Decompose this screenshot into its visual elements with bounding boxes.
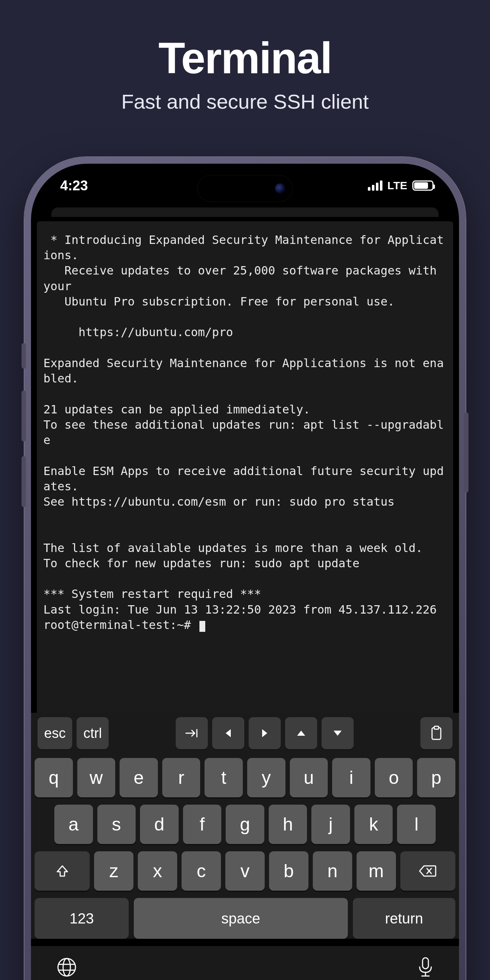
key-k[interactable]: k [355,805,393,844]
dynamic-island [197,175,293,202]
volume-down-button [22,456,26,507]
globe-key[interactable] [57,957,77,977]
key-u[interactable]: u [290,758,328,797]
key-q[interactable]: q [35,758,73,797]
key-f[interactable]: f [183,805,222,844]
power-button [464,412,468,493]
svg-rect-1 [434,726,439,729]
volume-up-button [22,390,26,442]
arrow-right-key[interactable] [249,717,281,749]
tab-key[interactable] [176,717,208,749]
microphone-key[interactable] [417,956,433,978]
arrow-up-key[interactable] [285,717,317,749]
svg-rect-4 [423,958,428,969]
phone-screen: 4:23 LTE * Introducing Expanded Security… [31,164,459,980]
key-j[interactable]: j [311,805,350,844]
key-d[interactable]: d [140,805,179,844]
key-n[interactable]: n [313,851,352,891]
key-r[interactable]: r [162,758,200,797]
numbers-key[interactable]: 123 [35,898,129,939]
keyboard: qwertyuiop asdfghjkl zxcvbnm 123 space r… [31,754,459,939]
svg-point-2 [58,958,75,976]
key-s[interactable]: s [97,805,136,844]
terminal-tab-bar[interactable] [51,207,439,217]
shift-icon [55,864,70,878]
arrow-left-icon [223,728,233,739]
status-bar: 4:23 LTE [31,164,459,207]
clipboard-key[interactable] [420,717,452,749]
arrow-up-icon [296,729,307,738]
page-subtitle: Fast and secure SSH client [0,90,490,113]
terminal-text: * Introducing Expanded Security Maintena… [43,233,444,617]
keyboard-bottom-bar [31,946,459,980]
key-v[interactable]: v [225,851,265,891]
network-label: LTE [388,180,407,192]
key-w[interactable]: w [77,758,116,797]
signal-icon [368,180,382,191]
terminal-output[interactable]: * Introducing Expanded Security Maintena… [37,221,453,713]
page-title: Terminal [0,33,490,83]
arrow-right-icon [260,728,269,739]
key-b[interactable]: b [269,851,309,891]
volume-mute-switch [22,343,26,369]
key-x[interactable]: x [138,851,177,891]
backspace-key[interactable] [400,851,455,891]
svg-point-3 [63,958,70,976]
key-m[interactable]: m [356,851,396,891]
key-z[interactable]: z [94,851,134,891]
arrow-left-key[interactable] [212,717,244,749]
key-p[interactable]: p [417,758,455,797]
key-o[interactable]: o [375,758,413,797]
backspace-icon [419,864,436,878]
terminal-toolbar: esc ctrl [31,713,459,754]
key-c[interactable]: c [181,851,221,891]
globe-icon [57,957,77,977]
key-g[interactable]: g [226,805,264,844]
key-i[interactable]: i [332,758,371,797]
phone-frame: 4:23 LTE * Introducing Expanded Security… [24,157,466,980]
status-right: LTE [368,180,433,192]
key-l[interactable]: l [397,805,436,844]
key-t[interactable]: t [205,758,243,797]
space-key[interactable]: space [134,898,347,939]
esc-key[interactable]: esc [38,717,72,749]
tab-icon [185,728,199,739]
key-e[interactable]: e [119,758,158,797]
microphone-icon [417,956,433,978]
return-key[interactable]: return [353,898,456,939]
status-time: 4:23 [60,178,88,194]
arrow-down-key[interactable] [321,717,354,749]
key-a[interactable]: a [54,805,93,844]
cursor [199,621,205,632]
shift-key[interactable] [35,851,90,891]
battery-icon [412,180,433,191]
key-h[interactable]: h [269,805,307,844]
terminal-prompt: root@terminal-test:~# [43,618,198,632]
key-y[interactable]: y [247,758,285,797]
clipboard-icon [430,725,442,741]
ctrl-key[interactable]: ctrl [76,717,109,749]
arrow-down-icon [332,729,343,738]
